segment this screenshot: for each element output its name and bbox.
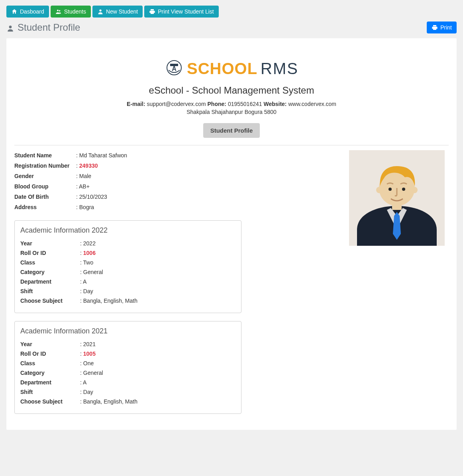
row-reg-no: Registration Number : 249330 bbox=[14, 161, 341, 171]
label-roll-0: Roll Or ID bbox=[20, 250, 80, 256]
value-category-0: General bbox=[80, 269, 103, 275]
divider bbox=[14, 145, 449, 145]
print-icon bbox=[432, 24, 438, 31]
user-icon bbox=[6, 24, 14, 31]
avatar bbox=[349, 150, 445, 246]
home-icon bbox=[11, 8, 18, 15]
phone-label: Phone: bbox=[208, 101, 226, 107]
logo-text-b: RMS bbox=[261, 60, 298, 78]
photo-column bbox=[349, 150, 449, 414]
svg-point-3 bbox=[9, 25, 12, 28]
academic-box-0: Academic Information 2022 Year2022 Roll … bbox=[14, 220, 241, 313]
value-roll-0: : 1006 bbox=[80, 250, 96, 256]
new-student-button[interactable]: New Student bbox=[92, 6, 143, 18]
user-icon bbox=[97, 8, 104, 15]
school-contact: E-mail: support@codervex.com Phone: 0195… bbox=[14, 101, 449, 107]
header-row: Student Profile Print bbox=[6, 22, 457, 33]
logo-text-a: SCHOOL bbox=[187, 60, 257, 78]
value-shift-0: Day bbox=[80, 288, 93, 294]
reg-no-text: 249330 bbox=[79, 163, 98, 169]
row-student-name: Student Name Md Taharat Safwon bbox=[14, 150, 341, 161]
label-year-1: Year bbox=[20, 341, 80, 347]
value-gender: Male bbox=[76, 173, 91, 179]
value-shift-1: Day bbox=[80, 389, 93, 395]
logo-badge-icon: A bbox=[165, 58, 184, 79]
label-category-1: Category bbox=[20, 370, 80, 376]
value-subject-1: Bangla, English, Math bbox=[80, 398, 137, 405]
value-year-0: 2022 bbox=[80, 240, 96, 247]
print-list-button[interactable]: Print View Student List bbox=[144, 6, 219, 18]
value-roll-1: : 1005 bbox=[80, 351, 96, 357]
label-gender: Gender bbox=[14, 173, 76, 179]
label-roll-1: Roll Or ID bbox=[20, 351, 80, 357]
svg-point-11 bbox=[388, 188, 392, 191]
students-label: Students bbox=[64, 8, 86, 15]
top-toolbar: Dasboard Students New Student Print View… bbox=[6, 6, 457, 18]
print-label: Print bbox=[440, 24, 452, 31]
roll-text-1: 1005 bbox=[83, 351, 96, 357]
roll-text-0: 1006 bbox=[83, 250, 96, 256]
row-blood: Blood Group AB+ bbox=[14, 181, 341, 192]
row-address: Address Bogra bbox=[14, 202, 341, 212]
print-list-label: Print View Student List bbox=[158, 8, 214, 15]
label-dept-0: Department bbox=[20, 278, 80, 285]
page-title-text: Student Profile bbox=[18, 22, 80, 33]
svg-point-10 bbox=[411, 187, 418, 193]
value-dept-0: A bbox=[80, 278, 86, 285]
dashboard-button[interactable]: Dasboard bbox=[6, 6, 49, 18]
profile-badge: Student Profile bbox=[203, 123, 260, 138]
label-class-1: Class bbox=[20, 360, 80, 366]
logo: A SCHOOL RMS bbox=[14, 58, 449, 79]
info-column: Student Name Md Taharat Safwon Registrat… bbox=[14, 150, 341, 414]
phone-value: 01955016241 bbox=[228, 101, 262, 107]
svg-point-1 bbox=[59, 10, 60, 11]
value-subject-0: Bangla, English, Math bbox=[80, 298, 137, 304]
svg-point-9 bbox=[376, 187, 383, 193]
print-icon bbox=[149, 8, 155, 15]
row-dob: Date Of Birth 25/10/2023 bbox=[14, 192, 341, 202]
students-button[interactable]: Students bbox=[51, 6, 91, 18]
profile-card: A SCHOOL RMS eSchool - School Management… bbox=[6, 38, 457, 430]
label-dob: Date Of Birth bbox=[14, 194, 76, 200]
row-gender: Gender Male bbox=[14, 171, 341, 181]
value-class-1: One bbox=[80, 360, 94, 366]
school-header: A SCHOOL RMS eSchool - School Management… bbox=[14, 58, 449, 138]
value-dob: 25/10/2023 bbox=[76, 194, 107, 200]
website-value: www.codervex.com bbox=[288, 101, 336, 107]
svg-text:A: A bbox=[172, 65, 177, 72]
academic-title-0: Academic Information 2022 bbox=[20, 226, 235, 235]
label-subject-0: Choose Subject bbox=[20, 298, 80, 304]
svg-point-12 bbox=[402, 188, 405, 191]
value-class-0: Two bbox=[80, 259, 93, 266]
value-year-1: 2021 bbox=[80, 341, 96, 347]
label-student-name: Student Name bbox=[14, 152, 76, 159]
print-button[interactable]: Print bbox=[427, 22, 457, 33]
value-blood: AB+ bbox=[76, 183, 90, 190]
label-blood: Blood Group bbox=[14, 183, 76, 190]
label-category-0: Category bbox=[20, 269, 80, 275]
label-shift-1: Shift bbox=[20, 389, 80, 395]
school-name: eSchool - School Management System bbox=[14, 85, 449, 96]
label-year-0: Year bbox=[20, 240, 80, 247]
new-student-label: New Student bbox=[106, 8, 138, 15]
users-icon bbox=[55, 8, 62, 15]
academic-title-1: Academic Information 2021 bbox=[20, 327, 235, 335]
svg-point-2 bbox=[99, 10, 101, 12]
dashboard-label: Dasboard bbox=[20, 8, 44, 15]
website-label: Website: bbox=[263, 101, 286, 107]
value-category-1: General bbox=[80, 370, 103, 376]
email-value: support@codervex.com bbox=[147, 101, 206, 107]
label-subject-1: Choose Subject bbox=[20, 398, 80, 405]
value-address: Bogra bbox=[76, 204, 94, 210]
school-address: Shakpala Shajahanpur Bogura 5800 bbox=[14, 109, 449, 115]
label-address: Address bbox=[14, 204, 76, 210]
svg-point-0 bbox=[57, 10, 59, 11]
value-dept-1: A bbox=[80, 379, 86, 386]
email-label: E-mail: bbox=[127, 101, 145, 107]
academic-box-1: Academic Information 2021 Year2021 Roll … bbox=[14, 321, 241, 414]
value-student-name: Md Taharat Safwon bbox=[76, 152, 127, 159]
page-title: Student Profile bbox=[6, 22, 80, 33]
label-shift-0: Shift bbox=[20, 288, 80, 294]
label-class-0: Class bbox=[20, 259, 80, 266]
label-reg-no: Registration Number bbox=[14, 163, 76, 169]
